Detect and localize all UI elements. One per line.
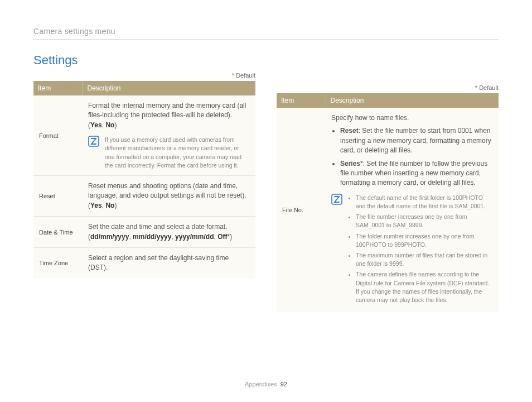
options: (Yes, No) — [88, 202, 117, 209]
table-row: Date & Time Set the date and time and se… — [33, 217, 255, 248]
info-note: If you use a memory card used with camer… — [88, 136, 250, 170]
list-item: The file number increases one by one fro… — [356, 213, 493, 229]
option-list: Reset: Set the file number to start from… — [331, 126, 493, 188]
col-header-item: Item — [33, 81, 83, 95]
list-item: The maximum number of files that can be … — [356, 251, 493, 268]
default-footnote: * Default — [277, 84, 499, 91]
right-column: * Default Item Description File No. Spec… — [277, 69, 499, 312]
note-icon — [331, 194, 342, 205]
item-label: Reset — [33, 176, 83, 217]
manual-page: Camera settings menu Settings * Default … — [0, 0, 532, 402]
note-icon — [88, 136, 99, 147]
col-header-description: Description — [83, 81, 255, 95]
footer-section: Appendixes — [245, 381, 277, 387]
desc-text: Specify how to name files. — [331, 114, 409, 122]
note-text: If you use a memory card used with camer… — [105, 136, 250, 170]
item-description: Reset menus and shooting options (date a… — [83, 176, 255, 217]
item-label: File No. — [277, 108, 326, 312]
left-column: * Default Item Description Format Format… — [33, 69, 255, 312]
list-item: The default name of the first folder is … — [356, 194, 493, 210]
item-description: Format the internal memory and the memor… — [83, 95, 255, 176]
table-row: Format Format the internal memory and th… — [33, 95, 255, 176]
desc-text: Format the internal memory and the memor… — [88, 102, 246, 119]
item-label: Format — [33, 95, 83, 176]
page-footer: Appendixes 92 — [0, 381, 532, 387]
section-title: Settings — [33, 53, 499, 68]
note-list: The default name of the first folder is … — [348, 194, 493, 307]
desc-text: Set the date and time and select a date … — [88, 223, 228, 231]
list-item: The camera defines file names according … — [356, 270, 493, 304]
col-header-description: Description — [326, 93, 499, 108]
divider — [33, 39, 499, 40]
settings-table-left: Item Description Format Format the inter… — [33, 81, 255, 279]
info-note: The default name of the first folder is … — [331, 194, 493, 307]
list-item: Series*: Set the file number to follow t… — [340, 159, 493, 188]
list-item: Reset: Set the file number to start from… — [340, 126, 493, 155]
options: (dd/mm/yyyy, mm/dd/yyyy, yyyy/mm/dd, Off… — [88, 233, 232, 241]
list-item: The folder number increases one by one f… — [356, 232, 493, 249]
page-number: 92 — [280, 381, 287, 387]
item-description: Specify how to name files. Reset: Set th… — [326, 108, 499, 312]
table-row: Reset Reset menus and shooting options (… — [33, 176, 255, 217]
table-row: File No. Specify how to name files. Rese… — [277, 108, 499, 312]
item-label: Time Zone — [33, 248, 83, 279]
item-description: Select a region and set the daylight-sav… — [83, 248, 255, 279]
options: (Yes, No) — [88, 121, 117, 129]
item-description: Set the date and time and select a date … — [83, 217, 255, 248]
settings-table-right: Item Description File No. Specify how to… — [277, 93, 499, 312]
default-footnote: * Default — [33, 72, 255, 79]
desc-text: Select a region and set the daylight-sav… — [88, 254, 229, 271]
desc-text: Reset menus and shooting options (date a… — [88, 182, 246, 199]
breadcrumb: Camera settings menu — [33, 27, 499, 36]
table-row: Time Zone Select a region and set the da… — [33, 248, 255, 279]
item-label: Date & Time — [33, 217, 83, 248]
content-columns: * Default Item Description Format Format… — [33, 69, 499, 312]
col-header-item: Item — [277, 93, 326, 108]
